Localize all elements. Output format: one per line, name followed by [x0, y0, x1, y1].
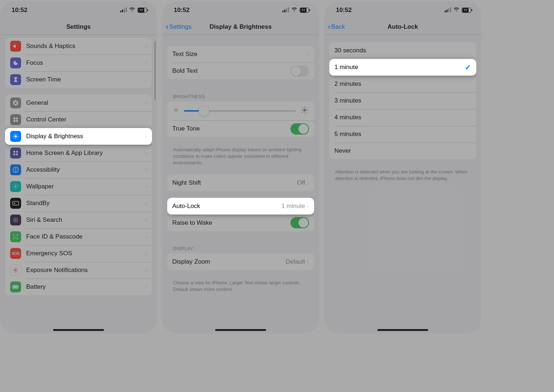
bold-text-row[interactable]: Bold Text	[167, 63, 314, 79]
settings-row-accessibility[interactable]: Accessibility ›	[5, 161, 152, 178]
home-screen-icon	[10, 148, 21, 159]
brightness-slider-row	[167, 101, 314, 120]
signal-icon	[445, 8, 451, 12]
settings-row-siri[interactable]: Siri & Search ›	[5, 212, 152, 228]
home-indicator[interactable]	[53, 329, 104, 331]
settings-row-faceid[interactable]: Face ID & Passcode ›	[5, 228, 152, 245]
svg-rect-2	[13, 120, 15, 122]
true-tone-row[interactable]: True Tone	[167, 120, 314, 137]
sun-large-icon	[300, 106, 309, 116]
svg-line-10	[17, 138, 18, 139]
settings-row-screentime[interactable]: Screen Time ›	[5, 71, 152, 88]
gear-icon	[10, 97, 21, 108]
wifi-icon	[129, 7, 135, 14]
home-indicator[interactable]	[377, 329, 428, 331]
svg-point-32	[175, 109, 177, 111]
raise-to-wake-toggle[interactable]	[290, 217, 309, 228]
auto-lock-option[interactable]: Never	[329, 143, 476, 159]
row-label: StandBy	[26, 200, 145, 207]
auto-lock-option[interactable]: 2 minutes	[329, 76, 476, 92]
status-right: 77	[282, 7, 309, 14]
auto-lock-screen: 10:52 77 ‹ Back Auto-Lock 30 seconds 1 m…	[324, 1, 481, 333]
settings-row-battery[interactable]: Battery ›	[5, 279, 152, 295]
back-button[interactable]: ‹ Settings	[166, 19, 192, 35]
svg-rect-20	[13, 201, 19, 205]
accessibility-icon	[10, 164, 21, 175]
display-settings-list[interactable]: Text Size › Bold Text BRIGHTNESS	[162, 35, 319, 333]
display-zoom-row[interactable]: Display Zoom Default ›	[167, 253, 314, 270]
chevron-right-icon: ›	[145, 43, 147, 49]
sounds-icon	[10, 41, 21, 52]
svg-point-21	[14, 203, 15, 204]
row-label: Display & Brightness	[26, 133, 145, 140]
settings-row-control-center[interactable]: Control Center ›	[5, 111, 152, 128]
auto-lock-list[interactable]: 30 seconds 1 minute ✓ 2 minutes 3 minute…	[324, 35, 481, 333]
back-button[interactable]: ‹ Back	[328, 19, 345, 35]
auto-lock-option[interactable]: 30 seconds	[329, 42, 476, 59]
screentime-icon	[10, 74, 21, 85]
auto-lock-option[interactable]: 5 minutes	[329, 126, 476, 143]
row-label: Text Size	[172, 51, 307, 58]
raise-to-wake-row[interactable]: Raise to Wake	[167, 215, 314, 231]
chevron-right-icon: ›	[145, 60, 147, 66]
auto-lock-option[interactable]: 3 minutes	[329, 92, 476, 109]
chevron-right-icon: ›	[145, 184, 147, 189]
svg-rect-15	[13, 153, 15, 155]
svg-line-38	[177, 112, 178, 112]
chevron-left-icon: ‹	[166, 23, 168, 31]
svg-rect-16	[16, 153, 18, 155]
page-title: Display & Brightness	[210, 23, 272, 31]
row-label: Display Zoom	[172, 258, 285, 265]
settings-row-display-brightness[interactable]: Display & Brightness ›	[5, 128, 152, 145]
brightness-header: BRIGHTNESS	[162, 86, 319, 101]
svg-line-39	[174, 112, 174, 112]
display-zoom-footer: Choose a view for iPhone. Larger Text sh…	[162, 277, 319, 294]
chevron-right-icon: ›	[145, 267, 147, 273]
svg-line-40	[177, 108, 178, 109]
slider-thumb[interactable]	[199, 106, 209, 116]
true-tone-toggle[interactable]	[290, 123, 309, 135]
row-label: Night Shift	[172, 179, 297, 187]
status-time: 10:52	[336, 7, 352, 14]
auto-lock-option-selected[interactable]: 1 minute ✓	[329, 59, 476, 76]
status-time: 10:52	[174, 7, 189, 14]
settings-list[interactable]: Sounds & Haptics › Focus › Screen Time ›	[0, 35, 157, 333]
chevron-right-icon: ›	[145, 100, 147, 106]
row-value: Off	[297, 179, 305, 187]
nav-bar: ‹ Settings Display & Brightness	[162, 19, 319, 35]
wallpaper-icon	[10, 181, 21, 192]
scroll-indicator	[154, 41, 156, 100]
siri-icon	[10, 215, 21, 225]
settings-row-home-screen[interactable]: Home Screen & App Library ›	[5, 145, 152, 161]
svg-point-4	[15, 135, 17, 137]
option-label: 2 minutes	[334, 80, 471, 88]
settings-row-standby[interactable]: StandBy ›	[5, 195, 152, 212]
settings-row-wallpaper[interactable]: Wallpaper ›	[5, 178, 152, 195]
page-title: Settings	[66, 23, 91, 31]
settings-row-general[interactable]: General ›	[5, 95, 152, 111]
night-shift-row[interactable]: Night Shift Off ›	[167, 175, 314, 191]
chevron-right-icon: ›	[145, 133, 147, 139]
brightness-slider[interactable]	[184, 110, 296, 112]
signal-icon	[120, 8, 127, 12]
checkmark-icon: ✓	[465, 63, 471, 72]
auto-lock-option[interactable]: 4 minutes	[329, 109, 476, 126]
bold-text-toggle[interactable]	[290, 65, 309, 77]
home-indicator[interactable]	[215, 329, 266, 331]
row-label: Emergency SOS	[26, 250, 145, 257]
row-label: Battery	[26, 283, 145, 291]
faceid-icon	[10, 231, 21, 242]
chevron-right-icon: ›	[307, 180, 309, 186]
settings-row-exposure[interactable]: Exposure Notifications ›	[5, 262, 152, 279]
chevron-right-icon: ›	[307, 203, 309, 209]
settings-row-sos[interactable]: SOS Emergency SOS ›	[5, 245, 152, 262]
battery-icon: 77	[137, 8, 147, 13]
text-size-row[interactable]: Text Size ›	[167, 46, 314, 63]
auto-lock-row[interactable]: Auto-Lock 1 minute ›	[167, 198, 314, 215]
option-label: 1 minute	[334, 64, 465, 71]
settings-row-sounds[interactable]: Sounds & Haptics ›	[5, 38, 152, 55]
settings-row-focus[interactable]: Focus ›	[5, 55, 152, 71]
chevron-right-icon: ›	[145, 77, 147, 83]
nav-bar: ‹ Back Auto-Lock	[324, 19, 481, 35]
battery-icon: 77	[462, 8, 471, 13]
